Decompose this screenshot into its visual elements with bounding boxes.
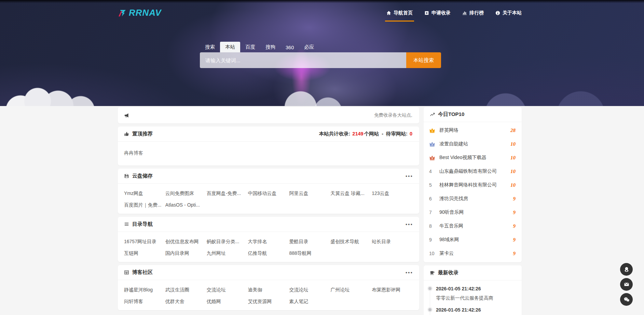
link-item[interactable]: 中国移动云盘: [248, 188, 289, 198]
tab-baidu[interactable]: 百度: [240, 42, 260, 52]
top10-site[interactable]: 90听音乐网: [439, 209, 513, 215]
top10-site[interactable]: 潍坊贝壳找房: [439, 196, 513, 202]
top10-site[interactable]: 山东鑫鼎磁铁制造有限公司: [439, 168, 510, 174]
pinned-card-body: 冉冉博客: [118, 142, 419, 166]
top10-value: 10: [510, 169, 516, 174]
link-item[interactable]: 天翼云盘 珍藏...: [330, 188, 372, 198]
link-item[interactable]: 优群犬舍: [165, 296, 207, 306]
top10-site[interactable]: 群英网络: [439, 127, 510, 133]
link-item[interactable]: 123云盘: [372, 188, 413, 198]
nav-item-ranking[interactable]: 排行榜: [462, 10, 484, 16]
link-item[interactable]: 蚂蚁目录分类...: [207, 236, 248, 247]
top10-value: 9: [513, 251, 516, 257]
top10-site[interactable]: 桂林舞音网络科技有限公司: [439, 182, 510, 188]
link-item[interactable]: 问轩博客: [124, 296, 165, 306]
mail-button[interactable]: [620, 278, 633, 291]
top10-site[interactable]: 牛五音乐网: [439, 223, 513, 229]
link-item[interactable]: 百度图片｜免费...: [124, 200, 165, 210]
ellipsis-menu-icon[interactable]: ●●●: [406, 271, 413, 274]
latest-entry: 2026-01-05 21:42:26 零零云新一代云服务提高商: [424, 285, 522, 306]
link-item[interactable]: 素人笔记: [289, 296, 330, 306]
ellipsis-menu-icon[interactable]: ●●●: [406, 174, 413, 178]
top10-site[interactable]: 凌萱自助建站: [439, 141, 510, 147]
list-icon: [124, 222, 129, 227]
top10-card: 今日TOP10 1 群英网络 28 2 凌萱自助建站 10: [424, 107, 522, 262]
site-stats: 本站共计收录: 2149个网站 - 待审网站: 0: [319, 131, 413, 137]
top10-site[interactable]: Best Video视频下载器: [439, 155, 510, 161]
link-item[interactable]: 艾优资源网: [248, 296, 289, 306]
link-item[interactable]: 交流论坛: [207, 285, 248, 295]
top10-site[interactable]: 98域米网: [439, 237, 513, 243]
link-item[interactable]: 爱酷目录: [289, 236, 330, 247]
link-item[interactable]: 九州网址: [207, 248, 248, 258]
link-item[interactable]: 亿推导航: [248, 248, 289, 258]
link-item[interactable]: AtlasOS - Opti...: [165, 200, 207, 210]
logo[interactable]: RRNAV: [118, 8, 162, 18]
link-item[interactable]: 站长目录: [372, 236, 413, 247]
top10-row: 4 山东鑫鼎磁铁制造有限公司 10: [424, 165, 522, 178]
top10-row: 9 98域米网 9: [424, 233, 522, 247]
qq-button[interactable]: [620, 263, 633, 276]
top10-value: 10: [510, 141, 516, 147]
top10-value: 9: [513, 223, 516, 229]
table-grid-icon: [124, 270, 129, 275]
ellipsis-menu-icon[interactable]: ●●●: [406, 223, 413, 226]
link-item[interactable]: Ymz网盘: [124, 188, 165, 198]
top10-value: 9: [513, 210, 516, 215]
link-item[interactable]: 阿里云盘: [289, 188, 330, 198]
link-item[interactable]: 创优信息发布网: [165, 236, 207, 247]
tab-this-site[interactable]: 本站: [220, 42, 240, 52]
link-item[interactable]: 云间免费图床: [165, 188, 207, 198]
tab-360[interactable]: 360: [280, 43, 299, 52]
top10-site[interactable]: 莱卡云: [439, 250, 513, 257]
cloud-storage-links: Ymz网盘 云间免费图床 百度网盘-免费... 中国移动云盘 阿里云盘 天翼云盘…: [118, 184, 419, 214]
cloud-storage-header: 云盘储存 ●●●: [118, 169, 419, 184]
search-input[interactable]: [200, 52, 406, 68]
rank-number: 8: [429, 223, 439, 229]
trend-up-icon: [430, 112, 435, 117]
directory-nav-header: 目录导航 ●●●: [118, 217, 419, 232]
timeline-dot-icon: [428, 308, 431, 311]
nav-item-label: 申请收录: [431, 10, 451, 16]
qq-icon: [624, 266, 630, 272]
tab-search[interactable]: 搜索: [200, 42, 220, 52]
thumbs-up-icon: [124, 131, 129, 136]
link-item[interactable]: 大学排名: [248, 236, 289, 247]
link-item[interactable]: 百度网盘-免费...: [207, 188, 248, 198]
tab-sogou[interactable]: 搜狗: [260, 42, 280, 52]
nav-item-submit[interactable]: 申请收录: [424, 10, 451, 16]
nav-item-home[interactable]: 导航首页: [386, 10, 413, 16]
rank-number: 6: [429, 196, 439, 201]
link-item[interactable]: 布莱恩影评网: [372, 285, 413, 295]
megaphone-icon: [124, 113, 129, 118]
link-item[interactable]: 盛创技术导航: [330, 236, 372, 247]
wechat-button[interactable]: [620, 293, 633, 306]
pinned-card: 置顶推荐 本站共计收录: 2149个网站 - 待审网站: 0 冉冉博客: [118, 127, 419, 166]
link-item[interactable]: 武汉生活圈: [165, 285, 207, 295]
rank-number: 4: [429, 169, 439, 174]
home-icon: [386, 11, 391, 15]
search-engine-tabs: 搜索 本站 百度 搜狗 360 必应: [200, 42, 441, 52]
rank-number: 5: [429, 182, 439, 188]
announcement-bar: 免费收录各大站点, 站: [118, 107, 419, 123]
link-item[interactable]: 冉冉博客: [124, 150, 143, 156]
nav-item-about[interactable]: 关于本站: [495, 10, 522, 16]
directory-nav-links: 16757网址目录 创优信息发布网 蚂蚁目录分类... 大学排名 爱酷目录 盛创…: [118, 232, 419, 262]
entry-site[interactable]: 零零云新一代云服务提高商: [436, 295, 516, 301]
tab-bing[interactable]: 必应: [299, 42, 319, 52]
link-item[interactable]: 国内目录网: [165, 248, 207, 258]
cloud-storage-title: 云盘储存: [132, 173, 153, 179]
link-item[interactable]: 优婚网: [207, 296, 248, 306]
site-search-button[interactable]: 本站搜索: [406, 52, 441, 68]
search-module: 搜索 本站 百度 搜狗 360 必应 本站搜索: [200, 42, 441, 68]
link-item[interactable]: 互链网: [124, 248, 165, 258]
link-item[interactable]: 交流论坛: [289, 285, 330, 295]
link-item[interactable]: 16757网址目录: [124, 236, 165, 247]
entry-time: 2026-01-05 21:42:26: [436, 285, 516, 292]
sidebar: 今日TOP10 1 群英网络 28 2 凌萱自助建站 10: [424, 107, 522, 315]
link-item[interactable]: 广州论坛: [330, 285, 372, 295]
link-item[interactable]: 888导航网: [289, 248, 330, 258]
link-item[interactable]: 迪美御: [248, 285, 289, 295]
link-item[interactable]: 静谧星河Blog: [124, 285, 165, 295]
floating-contact-buttons: [620, 263, 633, 306]
